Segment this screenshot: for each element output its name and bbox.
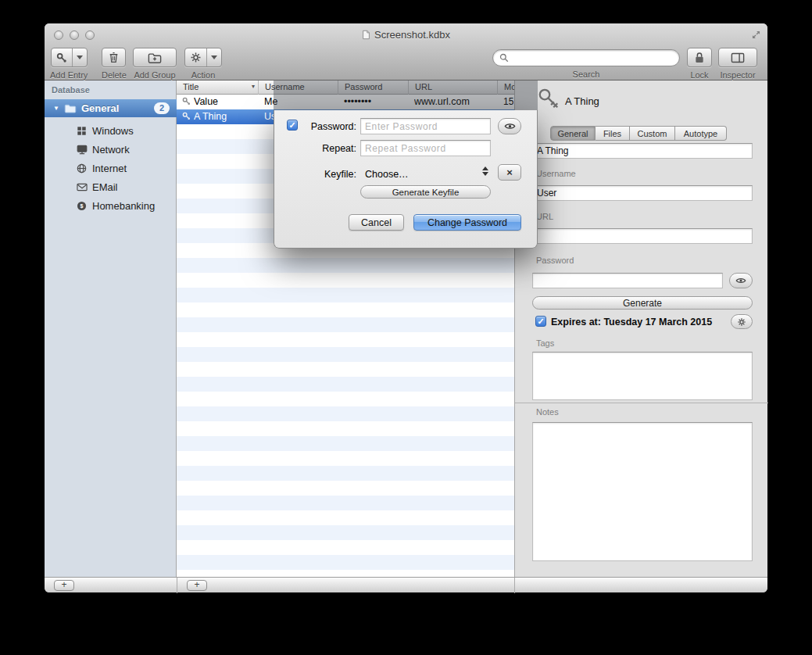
- entry-count-badge: 2: [154, 102, 170, 114]
- generate-keyfile-button[interactable]: Generate Keyfile: [360, 185, 491, 199]
- key-icon: [52, 48, 72, 66]
- sidebar-item-network[interactable]: Network: [45, 140, 177, 159]
- gear-icon: [737, 317, 746, 327]
- cancel-button[interactable]: Cancel: [349, 214, 404, 231]
- sheet-password-checkbox[interactable]: ✓: [287, 120, 298, 131]
- notes-field[interactable]: [532, 422, 753, 561]
- action-button[interactable]: [184, 48, 222, 67]
- divider: [177, 578, 177, 593]
- sheet-password-input[interactable]: [360, 118, 491, 134]
- sidebar-item-internet[interactable]: Internet: [45, 159, 177, 177]
- delete-button[interactable]: [102, 48, 126, 67]
- sidebar-item-label: Windows: [92, 125, 134, 137]
- add-entry-dropdown[interactable]: [72, 48, 87, 66]
- add-group-label: Add Group: [134, 70, 175, 80]
- titlebar: Screenshot.kdbx: [45, 29, 767, 41]
- title-field[interactable]: [532, 143, 753, 159]
- notes-label: Notes: [536, 407, 559, 417]
- sheet-show-password-button[interactable]: [498, 118, 521, 134]
- sidebar-group-general[interactable]: ▼ General 2: [45, 99, 177, 117]
- toolbar-item-inspector: Inspector: [718, 48, 757, 80]
- search-box[interactable]: [492, 49, 680, 66]
- tab-custom[interactable]: Custom: [630, 126, 675, 141]
- key-icon: [182, 112, 191, 120]
- toolbar-item-add-group: Add Group: [133, 48, 177, 80]
- add-group-button[interactable]: [133, 48, 177, 67]
- inspector-label: Inspector: [720, 70, 755, 80]
- add-entry-button[interactable]: [51, 48, 88, 67]
- tags-field[interactable]: [532, 352, 753, 400]
- inspector-button[interactable]: [718, 48, 757, 67]
- url-label: URL: [536, 212, 553, 221]
- username-label: Username: [536, 169, 576, 178]
- action-label: Action: [191, 70, 216, 80]
- popup-stepper-icon[interactable]: [482, 166, 488, 176]
- toolbar-item-add-entry: Add Entry: [50, 48, 88, 80]
- lock-icon: [694, 52, 705, 64]
- expires-gear-button[interactable]: [731, 314, 753, 329]
- envelope-icon: [76, 183, 88, 191]
- action-dropdown[interactable]: [206, 48, 221, 66]
- fullscreen-icon[interactable]: [751, 30, 761, 40]
- search-input[interactable]: [513, 52, 673, 63]
- search-icon: [499, 53, 509, 63]
- footer-bar: + +: [45, 577, 767, 592]
- desktop: Screenshot.kdbx Add Entry: [0, 0, 812, 655]
- inspector-panel-icon: [731, 52, 745, 63]
- key-icon: [182, 97, 191, 106]
- globe-icon: [76, 163, 88, 174]
- show-password-button[interactable]: [729, 273, 753, 288]
- inspector-panel: A Thing General Files Custom Autotype Us…: [514, 81, 767, 577]
- chevron-down-icon: [77, 55, 83, 59]
- tab-general[interactable]: General: [550, 126, 596, 141]
- toolbar-item-delete: Delete: [102, 48, 127, 80]
- inspector-tabs: General Files Custom Autotype: [550, 126, 727, 141]
- lock-button[interactable]: [687, 48, 712, 67]
- generate-button[interactable]: Generate: [532, 296, 753, 310]
- dollar-coin-icon: $: [76, 201, 88, 211]
- url-field[interactable]: [532, 228, 753, 244]
- tab-files[interactable]: Files: [596, 126, 630, 141]
- password-field[interactable]: [532, 273, 723, 288]
- sidebar-item-label: Homebanking: [92, 200, 155, 212]
- sidebar-group-label: General: [81, 102, 154, 114]
- divider: [514, 578, 515, 593]
- section-divider: [515, 403, 768, 403]
- entry-add-button[interactable]: +: [187, 580, 207, 591]
- expires-checkbox[interactable]: ✓: [535, 316, 546, 327]
- sheet-keyfile-label: Keyfile:: [302, 169, 356, 180]
- username-field[interactable]: [532, 185, 753, 201]
- eye-icon: [735, 277, 746, 285]
- sidebar-item-email[interactable]: EMail: [45, 177, 177, 196]
- chevron-down-icon: [211, 55, 217, 59]
- sidebar-section-header: Database: [52, 85, 90, 95]
- sidebar-item-label: Internet: [92, 163, 127, 174]
- toolbar-item-search: Search: [492, 49, 680, 79]
- add-entry-label: Add Entry: [50, 70, 88, 80]
- clear-keyfile-button[interactable]: ×: [498, 164, 521, 181]
- keyfile-popup[interactable]: Choose…: [365, 169, 409, 180]
- toolbar-item-action: Action: [184, 48, 222, 80]
- trash-icon: [109, 52, 119, 63]
- windows-icon: [76, 126, 88, 136]
- key-icon: [537, 87, 560, 110]
- sheet-repeat-input[interactable]: [360, 140, 491, 156]
- change-password-button[interactable]: Change Password: [413, 214, 521, 231]
- disclosure-triangle-icon[interactable]: ▼: [53, 105, 59, 112]
- sidebar-item-windows[interactable]: Windows: [45, 121, 177, 140]
- entry-title: Value: [194, 96, 218, 107]
- entry-title: A Thing: [194, 111, 227, 122]
- sidebar-add-button[interactable]: +: [54, 580, 74, 591]
- sheet-top-shade: [274, 81, 538, 110]
- password-label: Password: [536, 256, 574, 265]
- folder-icon: [64, 103, 77, 113]
- svg-text:$: $: [80, 203, 84, 209]
- document-proxy-icon: [362, 30, 370, 40]
- tab-autotype[interactable]: Autotype: [675, 126, 727, 141]
- sidebar-item-homebanking[interactable]: $ Homebanking: [45, 196, 177, 215]
- gear-icon: [185, 48, 206, 66]
- column-header-title[interactable]: Title▾: [177, 81, 258, 95]
- inspector-entry-title: A Thing: [565, 95, 599, 107]
- eye-icon: [504, 122, 516, 131]
- folder-plus-icon: [148, 52, 162, 63]
